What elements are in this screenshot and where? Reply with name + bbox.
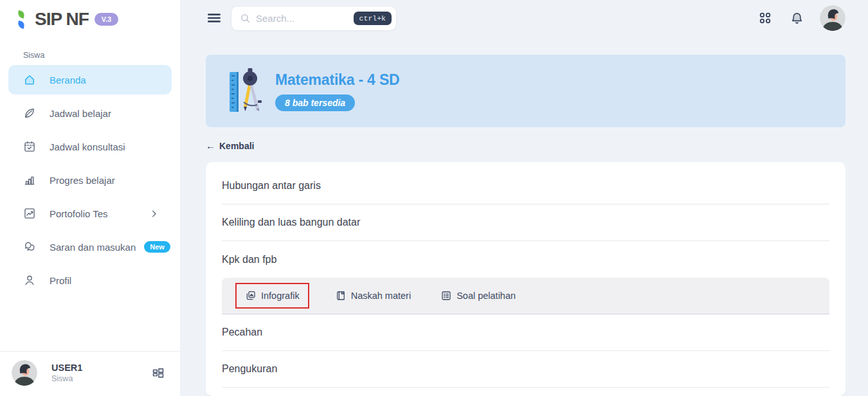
chapter-resources-bar: Infografik Naskah materi Soal pelatihan xyxy=(222,278,829,314)
chapter-title: Pengukuran xyxy=(222,363,277,375)
apps-grid-icon[interactable] xyxy=(758,11,772,25)
chapter-title: Keliling dan luas bangun datar xyxy=(222,217,360,228)
search-input[interactable] xyxy=(251,13,354,24)
chapter-title: Pecahan xyxy=(222,327,262,338)
search-box[interactable]: ctrl+k xyxy=(231,6,397,31)
sidebar-item-label: Progres belajar xyxy=(50,175,115,186)
profile-avatar[interactable] xyxy=(820,5,845,31)
bar-chart-icon xyxy=(23,174,36,186)
hamburger-menu-icon[interactable] xyxy=(206,10,222,26)
chapter-title: Hubungan antar garis xyxy=(222,180,321,192)
sidebar-item-progres-belajar[interactable]: Progres belajar xyxy=(8,165,172,195)
user-role: Siswa xyxy=(51,374,82,383)
photo-stack-icon xyxy=(245,290,257,302)
user-meta: USER1 Siswa xyxy=(51,363,82,383)
version-badge: V.3 xyxy=(95,13,119,26)
leaf-logo-icon xyxy=(17,8,33,30)
notification-bell-icon[interactable] xyxy=(790,11,804,26)
main-content: ctrl+k xyxy=(181,0,868,396)
sidebar-item-label: Jadwal belajar xyxy=(50,108,111,119)
sidebar-item-portofolio-tes[interactable]: Portofolio Tes xyxy=(8,199,172,228)
chapter-list-card: Hubungan antar garis Keliling dan luas b… xyxy=(206,162,845,396)
math-tools-icon xyxy=(226,67,266,116)
user-avatar[interactable] xyxy=(12,360,37,386)
user-name: USER1 xyxy=(51,363,82,373)
sidebar-nav: Beranda Jadwal belajar Jadwal konsultasi xyxy=(0,65,180,299)
resource-soal-pelatihan[interactable]: Soal pelatihan xyxy=(440,290,516,302)
user-icon xyxy=(23,274,36,287)
leaf-icon xyxy=(23,107,36,120)
sidebar-item-jadwal-belajar[interactable]: Jadwal belajar xyxy=(8,98,172,128)
resource-label: Infografik xyxy=(261,291,300,301)
back-arrow-icon: ← xyxy=(206,140,215,151)
resource-naskah-materi[interactable]: Naskah materi xyxy=(335,290,411,302)
app-name: SIP NF xyxy=(35,9,89,30)
sidebar-item-label: Jadwal konsultasi xyxy=(50,141,125,152)
home-icon xyxy=(23,73,36,86)
chapter-row-pengukuran[interactable]: Pengukuran xyxy=(222,351,829,388)
resource-label: Soal pelatihan xyxy=(457,291,516,301)
chapter-row-pecahan[interactable]: Pecahan xyxy=(222,314,829,351)
sidebar-item-saran-dan-masukan[interactable]: Saran dan masukan New xyxy=(8,232,172,262)
sidebar: SIP NF V.3 Siswa Beranda Jadwal belajar … xyxy=(0,0,181,396)
topbar-right xyxy=(758,5,845,31)
sidebar-item-label: Beranda xyxy=(50,75,86,86)
sidebar-item-label: Profil xyxy=(50,275,71,286)
chevron-right-icon xyxy=(149,209,159,219)
course-title: Matematika - 4 SD xyxy=(275,71,399,89)
app-logo[interactable]: SIP NF V.3 xyxy=(0,0,180,30)
sidebar-section-label: Siswa xyxy=(23,51,180,60)
list-details-icon xyxy=(440,290,452,302)
chapter-row-hubungan-antar-garis[interactable]: Hubungan antar garis xyxy=(222,168,829,204)
chapter-row-kpk-dan-fpb[interactable]: Kpk dan fpb xyxy=(222,241,829,278)
course-banner: Matematika - 4 SD 8 bab tersedia xyxy=(206,55,845,127)
new-badge: New xyxy=(144,241,170,253)
sidebar-item-jadwal-konsultasi[interactable]: Jadwal konsultasi xyxy=(8,132,172,161)
line-chart-icon xyxy=(23,207,36,220)
sidebar-item-beranda[interactable]: Beranda xyxy=(8,65,172,94)
shortcut-badge: ctrl+k xyxy=(354,12,392,25)
resource-infografik[interactable]: Infografik xyxy=(235,283,309,309)
chat-icon xyxy=(23,240,36,253)
back-label: Kembali xyxy=(219,141,254,151)
layout-switch-icon[interactable] xyxy=(152,366,165,379)
chapter-title: Kpk dan fpb xyxy=(222,254,276,266)
banner-text: Matematika - 4 SD 8 bab tersedia xyxy=(275,71,399,111)
calendar-check-icon xyxy=(23,140,36,153)
topbar: ctrl+k xyxy=(206,0,845,36)
back-link[interactable]: ← Kembali xyxy=(206,140,254,151)
sidebar-item-profil[interactable]: Profil xyxy=(8,266,172,295)
book-icon xyxy=(335,290,347,302)
sidebar-user-footer: USER1 Siswa xyxy=(0,351,180,396)
resource-label: Naskah materi xyxy=(351,291,411,301)
sidebar-item-label: Portofolio Tes xyxy=(50,208,108,219)
search-icon xyxy=(240,13,251,24)
chapter-row-keliling-dan-luas[interactable]: Keliling dan luas bangun datar xyxy=(222,204,829,241)
chapter-count-badge: 8 bab tersedia xyxy=(275,94,355,111)
sidebar-item-label: Saran dan masukan xyxy=(50,242,136,253)
